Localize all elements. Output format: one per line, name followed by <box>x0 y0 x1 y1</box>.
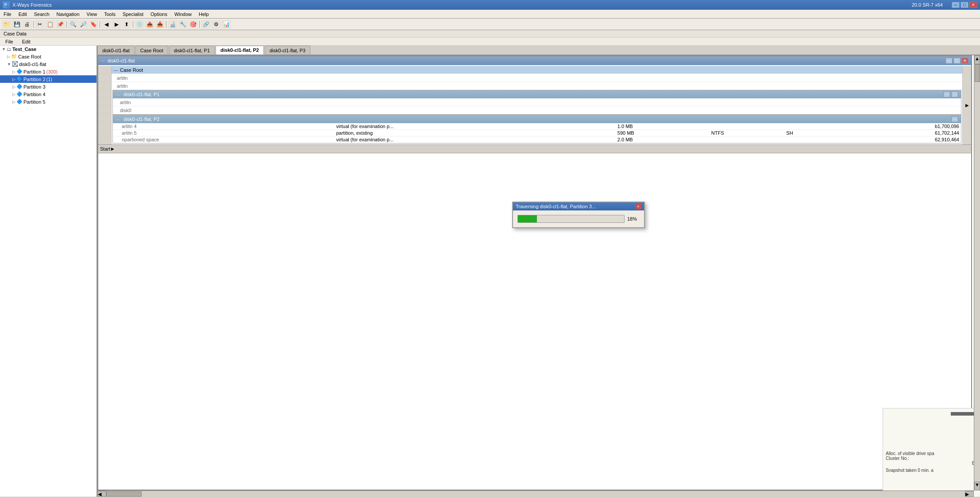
toolbar-back[interactable]: ◀ <box>101 20 111 29</box>
horizontal-scrollbar[interactable]: ◀ ▶ <box>97 490 974 497</box>
artitn-row-2[interactable]: artitn <box>112 82 962 90</box>
toolbar-settings[interactable]: ⚙ <box>211 20 221 29</box>
scrollbar-h-left[interactable]: ◀ <box>97 491 106 497</box>
toolbar-extra[interactable]: 📊 <box>221 20 231 29</box>
p1-controls: ─ □ <box>943 91 958 97</box>
close-button[interactable]: ✕ <box>969 2 977 8</box>
scrollbar-h-right[interactable]: ▶ <box>965 491 974 497</box>
tab-disk0-flat[interactable]: disk0-cl1-flat <box>97 46 135 54</box>
p2-minimize[interactable]: ─ <box>951 116 958 122</box>
tab-caseroot[interactable]: Case Root <box>135 46 168 54</box>
tree-item-caseroot[interactable]: ▷ 📁 Case Root <box>0 53 96 60</box>
edit-menu[interactable]: Edit <box>19 38 34 45</box>
menu-view[interactable]: View <box>83 11 101 18</box>
expand-icon-disk0: ▼ <box>7 62 11 66</box>
scrollbar-h-thumb[interactable] <box>106 491 142 497</box>
progress-bar-fill <box>518 215 537 222</box>
tree-item-partition1[interactable]: ▷ 🔷 Partition 1 (300) <box>0 68 96 75</box>
tree-item-testcase[interactable]: ▼ 🗂 Test_Case <box>0 46 96 53</box>
toolbar-new[interactable]: 📁 <box>2 20 12 29</box>
p1-title-text: — disk0-cl1-flat, P1 <box>116 92 159 97</box>
menu-window[interactable]: Window <box>171 11 195 18</box>
tab-p1[interactable]: disk0-cl1-flat, P1 <box>169 46 215 54</box>
toolbar-up[interactable]: ⬆ <box>122 20 131 29</box>
info-line-3: Bo <box>886 461 977 466</box>
scrollbar-v-up[interactable]: ▲ <box>974 55 980 64</box>
p1-artitn-row1[interactable]: artitn <box>113 98 961 106</box>
cell-flag-1 <box>784 123 832 130</box>
table-row-1[interactable]: artitn 4 virtual (for examination p... 1… <box>113 123 961 130</box>
menu-options[interactable]: Options <box>147 11 171 18</box>
expand-icon-caseroot: ▷ <box>7 54 10 59</box>
app-version: 20.0 SR-7 x64 <box>912 2 943 8</box>
toolbar-find[interactable]: 🔎 <box>78 20 88 29</box>
toolbar-copy[interactable]: 📋 <box>45 20 55 29</box>
menu-specialist[interactable]: Specialist <box>119 11 147 18</box>
toolbar-cut[interactable]: ✂ <box>35 20 45 29</box>
menu-search[interactable]: Search <box>31 11 53 18</box>
artitn-row-1[interactable]: artitn <box>112 74 962 82</box>
left-panel: ▼ 🗂 Test_Case ▷ 📁 Case Root ▼ 💽 disk0-cl… <box>0 46 97 497</box>
indicator-4 <box>98 90 111 98</box>
resize-handle-right[interactable]: ▶ <box>962 66 971 144</box>
toolbar-link[interactable]: 🔗 <box>201 20 211 29</box>
vertical-scrollbar[interactable]: ▲ ▼ <box>974 55 980 490</box>
disk0-minimize-button[interactable]: ─ <box>945 58 953 64</box>
tree-label-p4: Partition 4 <box>23 92 46 97</box>
progress-close-button[interactable]: × <box>635 204 641 209</box>
title-bar-controls: ─ □ ✕ <box>952 2 977 8</box>
subwindow-body: — Case Root artitn artitn <box>98 66 971 144</box>
toolbar-analyze[interactable]: 🔬 <box>168 20 177 29</box>
caseroot-row[interactable]: — Case Root <box>112 66 962 74</box>
case-data-label: Case Data <box>4 31 27 36</box>
cell-fs-2: NTFS <box>710 130 785 136</box>
cell-fs-1 <box>710 123 785 130</box>
menu-tools[interactable]: Tools <box>100 11 119 18</box>
p1-title-label: disk0-cl1-flat, P1 <box>123 92 159 97</box>
toolbar-tag[interactable]: 🎯 <box>188 20 198 29</box>
p1-titlebar: — disk0-cl1-flat, P1 ─ □ <box>113 90 961 98</box>
table-row-3[interactable]: npartioned space virtual (for examinatio… <box>113 136 961 143</box>
toolbar-disk[interactable]: 💿 <box>135 20 144 29</box>
cell-flag-2: SH <box>784 130 832 136</box>
toolbar-paste[interactable]: 📌 <box>55 20 65 29</box>
expand-icon-p3: ▷ <box>12 85 15 89</box>
toolbar-search[interactable]: 🔍 <box>68 20 78 29</box>
partition-icon-p1: 🔷 <box>16 69 23 74</box>
tab-p2[interactable]: disk0-cl1-flat, P2 <box>216 46 264 54</box>
p1-maximize[interactable]: □ <box>951 91 958 97</box>
menu-navigation[interactable]: Navigation <box>53 11 83 18</box>
tree-item-disk0[interactable]: ▼ 💽 disk0-cl1-flat <box>0 60 96 68</box>
p1-artitn-label-2: disk0 <box>120 108 131 113</box>
tree-item-partition4[interactable]: ▷ 🔷 Partition 4 <box>0 90 96 98</box>
toolbar-print[interactable]: 🖨 <box>22 20 32 29</box>
toolbar-bookmark[interactable]: 🔖 <box>89 20 98 29</box>
tree-item-partition3[interactable]: ▷ 🔷 Partition 3 <box>0 83 96 90</box>
p1-sub-block: — disk0-cl1-flat, P1 ─ □ <box>112 90 961 115</box>
scrollbar-v-thumb[interactable] <box>975 64 980 82</box>
p1-minimize[interactable]: ─ <box>943 91 950 97</box>
minimize-button[interactable]: ─ <box>952 2 960 8</box>
p1-artitn-row2[interactable]: disk0 <box>113 106 961 114</box>
menu-file[interactable]: File <box>0 11 15 18</box>
disk0-close-button[interactable]: ✕ <box>961 58 968 64</box>
case-data-bar: Case Data <box>0 30 980 38</box>
toolbar-import[interactable]: 📥 <box>155 20 165 29</box>
menu-help[interactable]: Help <box>195 11 212 18</box>
disk0-maximize-button[interactable]: □ <box>953 58 961 64</box>
scrollbar-v-down[interactable]: ▼ <box>974 482 980 490</box>
toolbar-forward[interactable]: ▶ <box>112 20 121 29</box>
table-row-2[interactable]: artitn 5 partition, existing 590 MB NTFS… <box>113 130 961 136</box>
toolbar-hash[interactable]: 🔧 <box>178 20 188 29</box>
tree-item-partition2[interactable]: ▷ 🔷 Partition 2 (1) <box>0 75 96 83</box>
maximize-button[interactable]: □ <box>961 2 968 8</box>
content-area: ─ disk0-cl1-flat ─ □ ✕ <box>97 55 980 497</box>
menu-edit[interactable]: Edit <box>15 11 31 18</box>
tree-item-partition5[interactable]: ▷ 🔷 Partition 5 <box>0 98 96 105</box>
toolbar-save[interactable]: 💾 <box>12 20 22 29</box>
right-info-panel: Alloc. of visible drive spa Cluster No.:… <box>883 408 980 497</box>
tabs-bar: disk0-cl1-flat Case Root disk0-cl1-flat,… <box>97 46 980 55</box>
toolbar-export[interactable]: 📤 <box>145 20 154 29</box>
file-menu[interactable]: File <box>2 38 17 45</box>
tab-p3[interactable]: disk0-cl1-flat, P3 <box>265 46 310 54</box>
